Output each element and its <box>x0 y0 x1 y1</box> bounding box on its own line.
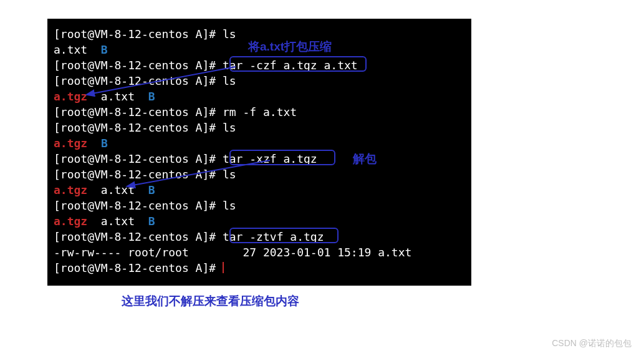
command-text: ls <box>223 121 236 134</box>
shell-prompt: [root@VM-8-12-centos A]# <box>54 199 223 212</box>
terminal-line: [root@VM-8-12-centos A]# ls <box>54 167 465 182</box>
directory-name: B <box>101 43 108 56</box>
terminal-line: [root@VM-8-12-centos A]# <box>54 260 465 276</box>
shell-prompt: [root@VM-8-12-centos A]# <box>54 105 223 118</box>
directory-name: B <box>148 90 155 103</box>
terminal-line: [root@VM-8-12-centos A]# ls <box>54 73 465 89</box>
shell-prompt: [root@VM-8-12-centos A]# <box>54 59 223 72</box>
terminal-line: a.tgz a.txt B <box>54 213 465 229</box>
terminal-line: -rw-rw---- root/root 27 2023-01-01 15:19… <box>54 244 465 260</box>
shell-prompt: [root@VM-8-12-centos A]# <box>54 74 223 87</box>
directory-name: B <box>148 183 155 196</box>
terminal-line: a.txt B <box>54 42 465 57</box>
archive-name: a.tgz <box>54 215 87 228</box>
command-text: tar -czf a.tgz a.txt <box>223 59 358 72</box>
file-name: a.txt <box>54 43 101 56</box>
terminal-line: a.tgz a.txt B <box>54 89 465 104</box>
terminal-line: [root@VM-8-12-centos A]# ls <box>54 198 465 213</box>
archive-name: a.tgz <box>54 137 87 150</box>
output-text: -rw-rw---- root/root 27 2023-01-01 15:19… <box>54 246 411 259</box>
terminal-line: [root@VM-8-12-centos A]# tar -ztvf a.tgz <box>54 229 465 244</box>
file-name: a.txt <box>87 215 148 228</box>
command-text: ls <box>223 168 236 181</box>
command-text: rm -f a.txt <box>223 105 297 118</box>
cursor-icon <box>223 262 224 273</box>
directory-name: B <box>148 215 155 228</box>
shell-prompt: [root@VM-8-12-centos A]# <box>54 27 223 41</box>
shell-prompt: [root@VM-8-12-centos A]# <box>54 152 223 165</box>
terminal-line: a.tgz a.txt B <box>54 182 465 198</box>
file-name: a.txt <box>87 90 148 103</box>
caption-text: 这里我们不解压来查看压缩包内容 <box>122 293 299 309</box>
directory-name: B <box>101 137 108 150</box>
command-text: ls <box>223 74 236 87</box>
archive-name: a.tgz <box>54 90 87 103</box>
terminal-line: [root@VM-8-12-centos A]# tar -xzf a.tgz <box>54 151 465 167</box>
command-text: ls <box>223 199 236 212</box>
terminal-line: [root@VM-8-12-centos A]# rm -f a.txt <box>54 104 465 120</box>
archive-name: a.tgz <box>54 183 87 196</box>
spacer-text <box>87 137 101 150</box>
terminal-body[interactable]: [root@VM-8-12-centos A]# ls a.txt B [roo… <box>49 20 470 284</box>
command-text: tar -ztvf a.tgz <box>223 230 324 243</box>
shell-prompt: [root@VM-8-12-centos A]# <box>54 230 223 243</box>
terminal-line: [root@VM-8-12-centos A]# tar -czf a.tgz … <box>54 57 465 73</box>
terminal-line: [root@VM-8-12-centos A]# ls <box>54 26 465 42</box>
watermark-text: CSDN @诺诺的包包 <box>552 338 632 349</box>
shell-prompt: [root@VM-8-12-centos A]# <box>54 121 223 134</box>
terminal-line: [root@VM-8-12-centos A]# ls <box>54 120 465 135</box>
command-text: ls <box>223 27 236 41</box>
command-text: tar -xzf a.tgz <box>223 152 317 165</box>
terminal-line: a.tgz B <box>54 135 465 151</box>
shell-prompt: [root@VM-8-12-centos A]# <box>54 261 223 274</box>
file-name: a.txt <box>87 183 148 196</box>
terminal-window: [root@VM-8-12-centos A]# ls a.txt B [roo… <box>47 19 471 286</box>
shell-prompt: [root@VM-8-12-centos A]# <box>54 168 223 181</box>
